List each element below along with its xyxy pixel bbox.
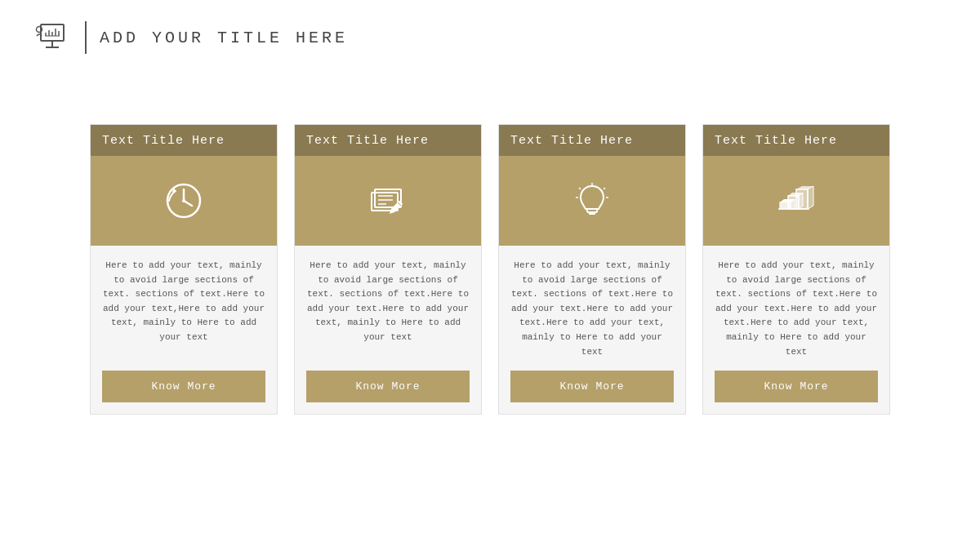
card-4: Text Title Here — [702, 124, 890, 415]
card-2-text: Here to add your text, mainly to avoid l… — [306, 259, 470, 345]
svg-marker-31 — [808, 186, 813, 209]
lightbulb-icon — [569, 178, 615, 224]
presentation-icon — [33, 18, 72, 57]
svg-line-26 — [579, 188, 581, 189]
card-3-title-bar: Text Title Here — [499, 125, 685, 156]
card-2-header: Text Title Here — [295, 125, 481, 246]
document-pen-icon — [365, 178, 411, 224]
card-1-know-more-button[interactable]: Know More — [102, 371, 265, 402]
page-title: ADD YOUR TITLE HERE — [100, 29, 348, 47]
card-4-body: Here to add your text, mainly to avoid l… — [703, 246, 889, 371]
card-3: Text Title Here — [498, 124, 686, 415]
card-2-body: Here to add your text, mainly to avoid l… — [295, 246, 481, 371]
card-2-title: Text Title Here — [306, 134, 429, 148]
card-2-know-more-button[interactable]: Know More — [306, 371, 470, 402]
card-3-header: Text Title Here — [499, 125, 685, 246]
svg-marker-34 — [799, 193, 803, 209]
clock-icon — [161, 178, 207, 224]
card-1: Text Title Here Here to add your text, m… — [90, 124, 278, 415]
page-header: ADD YOUR TITLE HERE — [0, 0, 980, 75]
card-1-header: Text Title Here — [91, 125, 277, 246]
card-2-title-bar: Text Title Here — [295, 125, 481, 156]
card-3-title: Text Title Here — [510, 134, 633, 148]
card-2: Text Title Here Here to — [294, 124, 482, 415]
card-3-body: Here to add your text, mainly to avoid l… — [499, 246, 685, 371]
card-1-body: Here to add your text, mainly to avoid l… — [91, 246, 277, 371]
card-2-icon-area — [295, 156, 481, 246]
svg-point-13 — [182, 199, 185, 202]
card-3-know-more-button[interactable]: Know More — [510, 371, 674, 402]
cards-container: Text Title Here Here to add your text, m… — [0, 91, 980, 415]
card-1-text: Here to add your text, mainly to avoid l… — [102, 259, 265, 345]
card-3-text: Here to add your text, mainly to avoid l… — [510, 259, 674, 359]
bar-chart-icon — [773, 178, 819, 224]
card-1-icon-area — [91, 156, 277, 246]
svg-rect-35 — [780, 202, 791, 209]
card-4-know-more-button[interactable]: Know More — [715, 371, 878, 402]
svg-line-25 — [604, 188, 605, 189]
card-1-title: Text Title Here — [102, 134, 225, 148]
card-3-icon-area — [499, 156, 685, 246]
card-4-text: Here to add your text, mainly to avoid l… — [715, 259, 878, 359]
card-4-title: Text Title Here — [715, 134, 837, 148]
card-1-title-bar: Text Title Here — [91, 125, 277, 156]
card-4-header: Text Title Here — [703, 125, 889, 246]
card-4-title-bar: Text Title Here — [703, 125, 889, 156]
card-4-icon-area — [703, 156, 889, 246]
header-divider — [85, 21, 87, 54]
